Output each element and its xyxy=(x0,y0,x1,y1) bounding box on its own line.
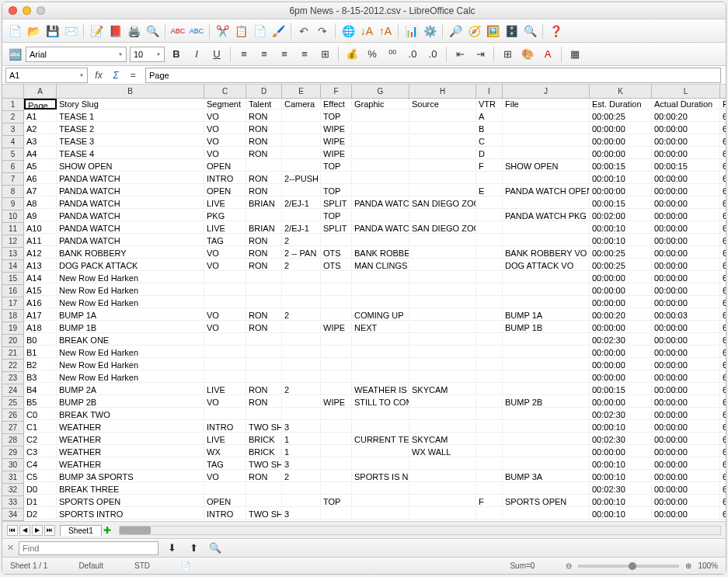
cell-H31[interactable] xyxy=(409,471,476,482)
find-icon[interactable]: 🔎 xyxy=(448,23,463,39)
cell-A1[interactable]: Page xyxy=(24,99,57,109)
cell-B12[interactable]: PANDA WATCH xyxy=(57,235,204,246)
cell-G23[interactable] xyxy=(352,372,409,383)
cell-last-14[interactable]: 6:03: xyxy=(720,260,726,271)
cut-icon[interactable]: ✂️ xyxy=(214,23,230,39)
cell-H27[interactable] xyxy=(409,422,476,433)
cell-C33[interactable]: OPEN xyxy=(204,496,246,507)
cell-G30[interactable] xyxy=(352,459,409,470)
cell-D26[interactable] xyxy=(246,409,282,420)
cell-I30[interactable] xyxy=(476,459,503,470)
cell-last-10[interactable]: 6:01: xyxy=(720,210,726,221)
cell-last-23[interactable]: 6:07: xyxy=(720,372,726,383)
cell-F29[interactable] xyxy=(321,447,352,457)
cell-I16[interactable] xyxy=(476,285,503,296)
cell-L22[interactable]: 00:00:00 xyxy=(652,360,720,370)
cell-J22[interactable] xyxy=(503,360,590,370)
cell-A28[interactable]: C2 xyxy=(24,434,57,445)
cell-G13[interactable]: BANK ROBBERY xyxy=(352,248,409,259)
cell-A4[interactable]: A3 xyxy=(24,136,57,147)
cell-last-21[interactable]: 6:07: xyxy=(720,347,726,358)
cell-J5[interactable] xyxy=(503,148,590,159)
sort-desc-icon[interactable]: ↑A xyxy=(378,23,393,39)
cell-I3[interactable]: B xyxy=(476,123,503,134)
cell-I6[interactable]: F xyxy=(476,161,503,172)
cell-K11[interactable]: 00:00:10 xyxy=(590,223,652,234)
cell-last-13[interactable]: 6:03: xyxy=(720,248,726,259)
cell-I14[interactable] xyxy=(476,260,503,271)
cell-J8[interactable]: PANDA WATCH OPEN xyxy=(503,186,590,196)
cell-K2[interactable]: 00:00:25 xyxy=(590,111,652,122)
cell-I34[interactable] xyxy=(476,509,503,520)
cell-B29[interactable]: WEATHER xyxy=(57,447,204,457)
cell-L31[interactable]: 00:00:00 xyxy=(652,471,720,482)
cell-I9[interactable] xyxy=(476,198,503,209)
cell-E28[interactable]: 1 xyxy=(282,434,321,445)
row-header-30[interactable]: 30 xyxy=(2,459,24,471)
cell-L24[interactable]: 00:00:00 xyxy=(652,384,720,395)
cell-K21[interactable]: 00:00:00 xyxy=(590,347,652,358)
cell-I17[interactable] xyxy=(476,297,503,308)
cell-last-33[interactable]: 6:15: xyxy=(720,496,726,507)
cell-I29[interactable] xyxy=(476,447,503,457)
cell-D31[interactable]: RON xyxy=(246,471,282,482)
cell-J20[interactable] xyxy=(503,335,590,346)
cell-K32[interactable]: 00:02:30 xyxy=(590,484,652,495)
cell-I31[interactable] xyxy=(476,471,503,482)
email-icon[interactable]: ✉️ xyxy=(63,23,78,39)
cell-B8[interactable]: PANDA WATCH xyxy=(57,186,204,196)
find-input[interactable] xyxy=(19,541,158,555)
cell-D33[interactable] xyxy=(246,496,282,507)
cell-K15[interactable]: 00:00:00 xyxy=(590,273,652,283)
cell-D2[interactable]: RON xyxy=(246,111,282,122)
cell-A9[interactable]: A8 xyxy=(24,198,57,209)
cell-L34[interactable]: 00:00:00 xyxy=(652,509,720,520)
cell-F33[interactable]: TOP xyxy=(321,496,352,507)
cell-E10[interactable] xyxy=(282,210,321,221)
cell-H14[interactable] xyxy=(409,260,476,271)
cell-last-34[interactable]: 6:15: xyxy=(720,509,726,520)
cell-A2[interactable]: A1 xyxy=(24,111,57,122)
cell-A26[interactable]: C0 xyxy=(24,409,57,420)
cell-J15[interactable] xyxy=(503,273,590,283)
cell-E23[interactable] xyxy=(282,372,321,383)
row-header-2[interactable]: 2 xyxy=(2,111,24,123)
cell-C18[interactable]: VO xyxy=(204,310,246,321)
cell-B20[interactable]: BREAK ONE xyxy=(57,335,204,346)
cell-A18[interactable]: A17 xyxy=(24,310,57,321)
cell-B28[interactable]: WEATHER xyxy=(57,434,204,445)
cell-B13[interactable]: BANK ROBBERY xyxy=(57,248,204,259)
cell-last-5[interactable]: 6:00: xyxy=(720,148,726,159)
currency-icon[interactable]: 💰 xyxy=(343,47,361,62)
cell-C13[interactable]: VO xyxy=(204,248,246,259)
cell-E18[interactable]: 2 xyxy=(282,310,321,321)
cell-H3[interactable] xyxy=(409,123,476,134)
col-header-last[interactable] xyxy=(720,85,726,99)
cell-A29[interactable]: C3 xyxy=(24,447,57,457)
cell-C21[interactable] xyxy=(204,347,246,358)
cell-B16[interactable]: New Row Ed Harken xyxy=(57,285,204,296)
row-header-22[interactable]: 22 xyxy=(2,360,24,372)
row-header-14[interactable]: 14 xyxy=(2,260,24,273)
cell-G10[interactable] xyxy=(352,210,409,221)
cell-K9[interactable]: 00:00:15 xyxy=(590,198,652,209)
cell-B24[interactable]: BUMP 2A xyxy=(57,384,204,395)
cell-F31[interactable] xyxy=(321,471,352,482)
cell-K31[interactable]: 00:00:10 xyxy=(590,471,652,482)
cell-G24[interactable]: WEATHER IS xyxy=(352,384,409,395)
cell-C12[interactable]: TAG xyxy=(204,235,246,246)
indent-inc-icon[interactable]: ⇥ xyxy=(472,47,489,62)
cell-A12[interactable]: A11 xyxy=(24,235,57,246)
cell-F18[interactable] xyxy=(321,310,352,321)
font-name-combo[interactable]: Arial▼ xyxy=(26,47,127,62)
gallery-icon[interactable]: 🖼️ xyxy=(485,23,500,39)
cell-L13[interactable]: 00:00:00 xyxy=(652,248,720,259)
cell-K19[interactable]: 00:00:00 xyxy=(590,322,652,333)
cell-B17[interactable]: New Row Ed Harken xyxy=(57,297,204,308)
col-header-D[interactable]: D xyxy=(246,85,282,99)
cell-B26[interactable]: BREAK TWO xyxy=(57,409,204,420)
cell-K29[interactable]: 00:00:00 xyxy=(590,447,652,457)
cell-D22[interactable] xyxy=(246,360,282,370)
cell-L16[interactable]: 00:00:00 xyxy=(652,285,720,296)
function-wizard-icon[interactable]: fx xyxy=(91,68,106,82)
